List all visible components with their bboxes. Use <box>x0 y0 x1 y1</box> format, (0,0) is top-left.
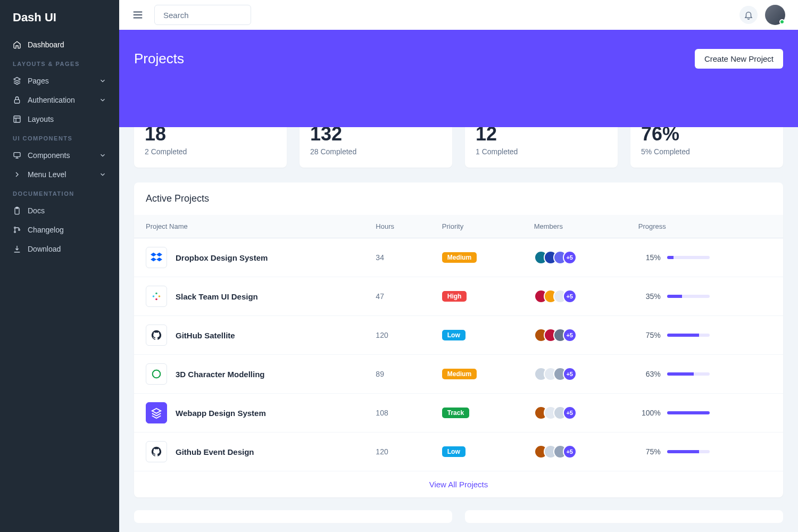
nav-pages[interactable]: Pages <box>0 71 119 90</box>
git-icon <box>13 226 21 234</box>
page-title: Projects <box>134 51 184 67</box>
bell-icon <box>744 10 753 20</box>
project-hours: 108 <box>376 409 388 417</box>
corner-icon <box>13 170 21 179</box>
project-icon <box>146 286 167 307</box>
svg-point-7 <box>19 229 20 231</box>
progress-bar <box>667 295 710 298</box>
svg-rect-1 <box>14 116 20 122</box>
nav-components[interactable]: Components <box>0 146 119 165</box>
table-row[interactable]: 3D Character Modelling 89 Medium +5 63% <box>134 355 783 394</box>
nav-layouts-label: Layouts <box>28 115 54 123</box>
progress-bar <box>667 372 710 376</box>
nav-dashboard-label: Dashboard <box>28 40 64 49</box>
nav-authentication[interactable]: Authentication <box>0 90 119 110</box>
notifications-button[interactable] <box>739 6 758 24</box>
nav-docs[interactable]: Docs <box>0 201 119 220</box>
svg-rect-20 <box>155 298 157 301</box>
projects-table: Project Name Hours Priority Members Prog… <box>134 215 783 471</box>
layers-icon <box>13 77 21 85</box>
project-members: +5 <box>534 367 615 381</box>
bottom-card-right <box>465 510 783 523</box>
svg-point-6 <box>14 231 16 233</box>
home-icon <box>13 40 21 49</box>
nav-docs-label: Docs <box>28 206 45 215</box>
table-row[interactable]: Webapp Design System 108 Track +5 100% <box>134 394 783 433</box>
project-name: Webapp Design System <box>176 409 266 418</box>
lock-icon <box>13 96 21 104</box>
project-icon <box>146 402 167 423</box>
nav-layouts[interactable]: Layouts <box>0 110 119 129</box>
nav-section-docs: DOCUMENTATION <box>0 184 119 201</box>
nav-section-layouts: LAYOUTS & PAGES <box>0 54 119 71</box>
nav-components-label: Components <box>28 151 70 160</box>
hamburger-icon[interactable] <box>132 9 144 21</box>
view-all-row: View All Projects <box>134 471 783 497</box>
member-more-badge: +5 <box>563 251 577 264</box>
progress-percent: 35% <box>638 292 661 301</box>
project-name: Slack Team UI Design <box>176 292 258 301</box>
svg-rect-0 <box>14 99 19 103</box>
sidebar: Dash UI Dashboard LAYOUTS & PAGES Pages … <box>0 0 119 532</box>
progress-bar <box>667 450 710 453</box>
main-content: Projects Create New Project Projects 18 … <box>119 0 798 532</box>
nav-changelog-label: Changelog <box>28 226 64 234</box>
page-hero: Projects Create New Project <box>119 30 798 127</box>
view-all-link[interactable]: View All Projects <box>429 480 488 489</box>
nav-pages-label: Pages <box>28 77 49 85</box>
priority-badge: High <box>442 291 467 302</box>
project-hours: 34 <box>376 253 384 262</box>
bottom-card-left <box>134 510 452 523</box>
table-row[interactable]: GitHub Satellite 120 Low +5 75% <box>134 316 783 355</box>
user-avatar[interactable] <box>765 5 785 25</box>
progress-percent: 75% <box>638 331 661 339</box>
project-icon <box>146 441 167 462</box>
progress-bar <box>667 411 710 414</box>
search-input[interactable] <box>154 5 251 25</box>
table-row[interactable]: Dropbox Design System 34 Medium +5 15% <box>134 238 783 277</box>
col-priority: Priority <box>430 215 522 238</box>
project-hours: 89 <box>376 370 384 378</box>
create-project-button[interactable]: Create New Project <box>695 49 783 69</box>
stat-subtext: 5% Completed <box>641 147 772 156</box>
priority-badge: Track <box>442 408 469 418</box>
progress-percent: 100% <box>638 409 661 417</box>
progress-percent: 75% <box>638 447 661 456</box>
progress-bar <box>667 334 710 337</box>
chevron-down-icon <box>99 171 106 178</box>
col-members: Members <box>522 215 627 238</box>
svg-point-5 <box>14 227 16 229</box>
nav-dashboard[interactable]: Dashboard <box>0 35 119 54</box>
progress-bar <box>667 256 710 259</box>
layout-icon <box>13 115 21 123</box>
project-members: +5 <box>534 445 615 459</box>
nav-menu-level[interactable]: Menu Level <box>0 165 119 184</box>
nav-download-label: Download <box>28 245 61 253</box>
active-projects-card: Active Projects Project Name Hours Prior… <box>134 182 783 497</box>
project-name: GitHub Satellite <box>176 331 235 340</box>
priority-badge: Medium <box>442 369 477 379</box>
svg-rect-17 <box>153 295 155 297</box>
nav-changelog[interactable]: Changelog <box>0 220 119 239</box>
table-row[interactable]: Slack Team UI Design 47 High +5 35% <box>134 277 783 316</box>
project-icon <box>146 325 167 346</box>
nav-download[interactable]: Download <box>0 239 119 259</box>
project-hours: 120 <box>376 447 388 456</box>
project-icon <box>146 247 167 268</box>
table-title: Active Projects <box>134 182 783 215</box>
svg-rect-19 <box>159 295 161 297</box>
project-name: Github Event Design <box>176 447 254 456</box>
online-indicator <box>779 19 785 24</box>
svg-rect-2 <box>14 153 20 157</box>
stat-subtext: 28 Completed <box>310 147 442 156</box>
col-name: Project Name <box>134 215 364 238</box>
nav-menulevel-label: Menu Level <box>28 170 66 179</box>
chevron-down-icon <box>99 96 106 104</box>
member-more-badge: +5 <box>563 328 577 342</box>
chevron-down-icon <box>99 152 106 159</box>
table-row[interactable]: Github Event Design 120 Low +5 75% <box>134 433 783 471</box>
member-more-badge: +5 <box>563 367 577 381</box>
clipboard-icon <box>13 206 21 215</box>
priority-badge: Low <box>442 446 466 457</box>
bottom-cards <box>134 510 783 523</box>
